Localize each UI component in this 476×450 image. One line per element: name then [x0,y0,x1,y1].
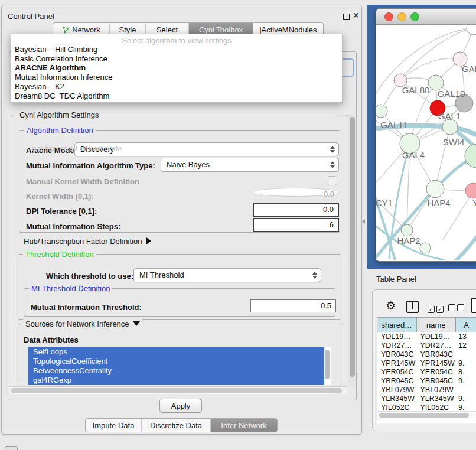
data-attributes-label: Data Attributes [24,335,79,344]
network-node-gal11[interactable] [376,105,387,118]
mac-zoom-icon[interactable] [410,12,419,21]
popup-item[interactable]: Dream8 DC_TDC Algorithm [11,92,342,101]
table-row[interactable]: YLR345WYLR345W9. [377,394,476,403]
algorithm-definition-legend: Algorithm Definition [24,126,96,135]
table-body: YDL19…YDL19…13 YDR27…YDR27…12 YBR043CYBR… [377,332,476,412]
column-layout-icon[interactable] [406,301,419,313]
column-header[interactable]: A [456,318,476,332]
gear-icon[interactable]: ⚙ [386,300,396,311]
vertical-scrollbar[interactable] [348,115,356,386]
network-canvas[interactable]: GAL GAL80 GAL10 GAL1 GAL11 SWI4 GAL4 GCY… [376,25,476,260]
popup-item[interactable]: Bayesian – Hill Climbing [11,45,342,54]
list-item[interactable]: TopologicalCoefficient [28,357,331,366]
mi-threshold-label: Mutual Information Threshold: [31,303,142,312]
list-item[interactable]: SelfLoops [28,347,331,357]
mi-threshold-definition-legend: MI Threshold Definition [29,284,112,293]
node-label: GAL80 [402,85,430,95]
window-title: Control Panel [8,12,54,21]
table-row[interactable]: YBR043CYBR043C [377,350,476,359]
cyni-bottom-tabbar: Impute Data Discretize Data Infer Networ… [85,418,278,432]
scrollbar-thumb[interactable] [350,117,355,377]
network-node[interactable] [465,183,476,198]
table-horizontal-scrollbar[interactable] [377,411,476,419]
network-node-hap4[interactable] [426,180,444,198]
data-table-combo-value: gal-filtered sif default node [32,144,122,153]
dpi-tolerance-field[interactable]: 0.0 [253,203,339,217]
table-panel-title: Table Panel [376,275,416,283]
node-label: GAL11 [380,120,407,130]
node-label: GAL10 [438,89,465,99]
column-header[interactable]: name [417,318,457,332]
table-row[interactable]: YPR145WYPR145W9. [377,359,476,368]
table-row[interactable]: YDL19…YDL19…13 [377,332,476,341]
threshold-definition-legend: Threshold Definition [23,250,96,259]
table-header-row: shared… name A [377,318,476,332]
which-threshold-combobox[interactable]: MI Threshold [133,268,321,282]
network-view-window: GAL GAL80 GAL10 GAL1 GAL11 SWI4 GAL4 GCY… [376,8,476,262]
network-node[interactable] [467,25,476,35]
network-node[interactable] [465,144,476,168]
node-label: HAP4 [427,198,450,208]
popup-item[interactable]: Basic Correlation Inference [11,54,342,64]
panel-toggle-button[interactable] [5,446,18,450]
float-window-icon[interactable] [343,14,350,20]
mi-algorithm-type-label: Mutual Information Algorithm Type: [26,161,155,170]
scrollbar-thumb[interactable] [11,388,342,393]
table-row[interactable]: YBR045CYBR045C9. [377,376,476,385]
popup-placeholder: Select algorithm to view settings [11,36,342,45]
apply-button[interactable]: Apply [159,399,202,413]
dpi-tolerance-label: DPI Tolerance [0,1]: [26,207,97,216]
mi-steps-label: Mutual Information Steps: [26,222,120,231]
mi-threshold-field[interactable]: 0.5 [250,299,336,312]
tab-discretize-data[interactable]: Discretize Data [142,419,211,432]
data-attributes-list[interactable]: SelfLoops TopologicalCoefficient Between… [28,347,331,385]
select-all-icon[interactable]: ✓✓ [428,303,445,314]
popup-item[interactable]: Bayesian – K2 [11,82,342,92]
tab-impute-data[interactable]: Impute Data [86,419,142,432]
table-panel-strip: Table Panel [367,269,476,289]
export-table-icon[interactable] [471,298,476,313]
algorithm-select-popup: Select algorithm to view settings Bayesi… [11,34,343,103]
splitpane-collapse-icon[interactable] [362,219,365,224]
scrollbar-thumb[interactable] [325,350,330,379]
manual-kernel-checkbox[interactable] [328,176,337,185]
combo-arrows-icon [330,146,335,153]
scrollbar-thumb[interactable] [379,413,469,418]
table-row[interactable]: YDR27…YDR27…12 [377,341,476,350]
sources-legend[interactable]: Sources for Network Inference [23,319,142,328]
tab-infer-network[interactable]: Infer Network [211,419,277,432]
node-label: GAL4 [402,150,425,160]
popup-item-selected[interactable]: ARACNE Algorithm [11,63,342,73]
close-icon[interactable]: ✕ [353,11,360,20]
column-header[interactable]: shared… [377,318,417,332]
network-node-swi4[interactable] [442,119,458,135]
manual-kernel-label: Manual Kernel Width Definition [26,177,139,186]
network-node-hap2[interactable] [401,224,413,236]
mac-minimize-icon[interactable] [397,12,406,21]
table-row[interactable]: YIL052CYIL052C9. [377,403,476,412]
node-label: GAL [462,64,476,74]
node-label: SWI4 [443,137,465,147]
node-label: GAL1 [438,111,461,121]
network-icon [62,26,70,34]
deselect-all-icon[interactable] [448,303,466,314]
mi-steps-field[interactable]: 6 [253,218,339,232]
list-item[interactable]: BetweennessCentrality [28,366,331,376]
cyni-settings-legend: Cyni Algorithm Settings [17,110,101,119]
horizontal-scrollbar[interactable] [9,386,347,394]
mi-algorithm-type-combobox[interactable]: Naive Bayes [161,158,339,172]
network-node[interactable] [420,243,431,253]
table-row[interactable]: YBL079WYBL079W [377,385,476,394]
list-item[interactable]: gal4RGexp [28,376,331,385]
list-vertical-scrollbar[interactable] [324,347,331,385]
mac-close-icon[interactable] [384,12,393,21]
kernel-width-field: 0.0 [253,188,339,197]
node-label: HAP2 [397,236,420,246]
table-row[interactable]: YER054CYER054C8. [377,368,476,377]
node-label: GCY1 [376,198,393,208]
cyni-settings-viewport: gal-filtered sif default node Cyni Algor… [9,51,357,400]
hub-section-toggle[interactable]: Hub/Transcription Factor Definition [24,237,151,246]
expand-right-icon [146,237,151,244]
popup-item[interactable]: Mutual Information Inference [11,73,342,82]
network-window-titlebar[interactable] [376,9,476,25]
